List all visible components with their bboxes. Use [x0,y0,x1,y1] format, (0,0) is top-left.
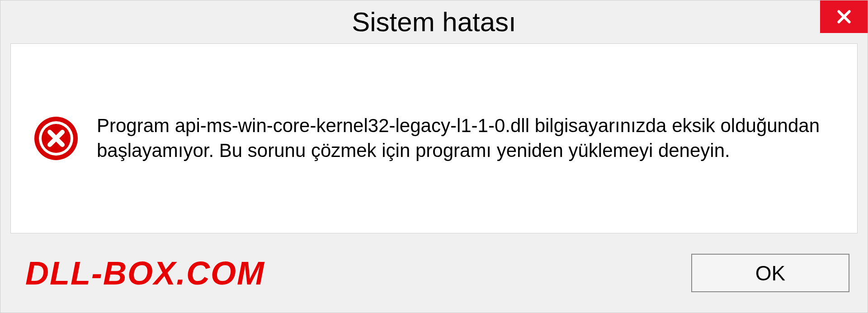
ok-button-label: OK [755,261,785,285]
error-icon [33,116,79,161]
ok-button[interactable]: OK [691,254,849,292]
error-message: Program api-ms-win-core-kernel32-legacy-… [97,114,835,163]
dialog-title: Sistem hatası [352,6,516,38]
close-icon [835,8,853,26]
close-button[interactable] [820,0,868,33]
watermark-text: DLL-BOX.COM [25,255,265,292]
dialog-footer: DLL-BOX.COM OK [0,233,868,313]
content-panel: Program api-ms-win-core-kernel32-legacy-… [10,43,858,233]
error-dialog: Sistem hatası Program api-ms-win-core-ke… [0,0,868,313]
titlebar: Sistem hatası [0,0,868,43]
